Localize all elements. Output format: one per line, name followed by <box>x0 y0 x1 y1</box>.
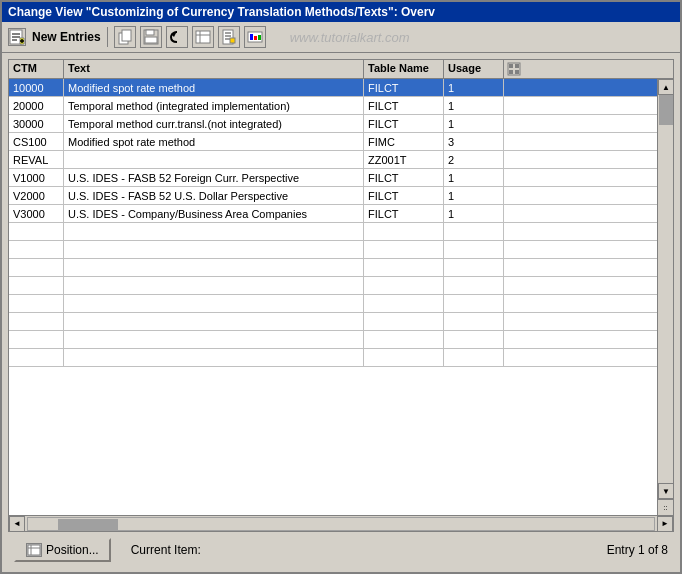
svg-rect-20 <box>230 38 235 43</box>
svg-rect-24 <box>258 35 261 40</box>
col-header-usage: Usage <box>444 60 504 78</box>
hscroll-left-btn[interactable]: ◄ <box>9 516 25 532</box>
cell-usage: 3 <box>444 133 504 150</box>
cell-tablename: FIMC <box>364 133 444 150</box>
other2-icon[interactable] <box>218 26 240 48</box>
other3-icon[interactable] <box>244 26 266 48</box>
table-row[interactable]: CS100Modified spot rate methodFIMC3 <box>9 133 673 151</box>
hscroll-thumb[interactable] <box>58 519 118 531</box>
table-row[interactable]: V2000U.S. IDES - FASB 52 U.S. Dollar Per… <box>9 187 673 205</box>
table-body: 10000Modified spot rate methodFILCT12000… <box>9 79 673 515</box>
cell-ctm: 20000 <box>9 97 64 114</box>
table-row[interactable]: V1000U.S. IDES - FASB 52 Foreign Curr. P… <box>9 169 673 187</box>
table-row[interactable]: 20000Temporal method (integrated impleme… <box>9 97 673 115</box>
col-header-tablename: Table Name <box>364 60 444 78</box>
svg-rect-29 <box>515 70 519 74</box>
cell-ctm: REVAL <box>9 151 64 168</box>
cell-ctm: V3000 <box>9 205 64 222</box>
main-content: CTM Text Table Name Usage <box>2 53 680 572</box>
cell-ctm: V2000 <box>9 187 64 204</box>
copy-icon[interactable] <box>114 26 136 48</box>
cell-ctm: 30000 <box>9 115 64 132</box>
cell-text: U.S. IDES - FASB 52 U.S. Dollar Perspect… <box>64 187 364 204</box>
cell-text: Modified spot rate method <box>64 133 364 150</box>
cell-tablename: FILCT <box>364 169 444 186</box>
svg-rect-23 <box>254 36 257 40</box>
scroll-up-btn[interactable]: ▲ <box>658 79 673 95</box>
svg-rect-28 <box>509 70 513 74</box>
cell-text: U.S. IDES - Company/Business Area Compan… <box>64 205 364 222</box>
other1-icon[interactable] <box>192 26 214 48</box>
main-window: Change View "Customizing of Currency Tra… <box>0 0 682 574</box>
window-title: Change View "Customizing of Currency Tra… <box>8 5 435 19</box>
cell-usage: 1 <box>444 169 504 186</box>
horizontal-scrollbar[interactable]: ◄ ► <box>9 515 673 531</box>
cell-ctm: V1000 <box>9 169 64 186</box>
data-table: CTM Text Table Name Usage <box>8 59 674 532</box>
footer: Position... Current Item: Entry 1 of 8 <box>8 532 674 566</box>
empty-row <box>9 349 673 367</box>
cell-tablename: FILCT <box>364 115 444 132</box>
empty-row <box>9 295 673 313</box>
empty-row <box>9 313 673 331</box>
empty-row <box>9 277 673 295</box>
table-header: CTM Text Table Name Usage <box>9 60 673 79</box>
empty-row <box>9 331 673 349</box>
col-header-ctm: CTM <box>9 60 64 78</box>
table-row[interactable]: REVALZZ001T2 <box>9 151 673 169</box>
table-row[interactable]: 10000Modified spot rate methodFILCT1 <box>9 79 673 97</box>
toolbar-separator-1 <box>107 27 108 47</box>
scroll-down-btn[interactable]: ▼ <box>658 483 673 499</box>
cell-tablename: FILCT <box>364 187 444 204</box>
position-button[interactable]: Position... <box>14 538 111 562</box>
cell-tablename: FILCT <box>364 79 444 96</box>
cell-tablename: FILCT <box>364 205 444 222</box>
svg-rect-13 <box>196 31 210 43</box>
vertical-scrollbar[interactable]: ▲ ▼ :: <box>657 79 673 515</box>
cell-usage: 1 <box>444 205 504 222</box>
col-settings-icon[interactable] <box>504 60 524 78</box>
watermark: www.tutorialkart.com <box>290 30 410 45</box>
scroll-track[interactable] <box>658 95 673 483</box>
hscroll-right-btn[interactable]: ► <box>657 516 673 532</box>
new-entries-icon[interactable] <box>8 28 26 46</box>
table-rows-container: 10000Modified spot rate methodFILCT12000… <box>9 79 673 515</box>
empty-row <box>9 223 673 241</box>
col-header-text: Text <box>64 60 364 78</box>
hscroll-right-btns: ► <box>657 516 673 532</box>
cell-usage: 1 <box>444 97 504 114</box>
table-row[interactable]: 30000Temporal method curr.transl.(not in… <box>9 115 673 133</box>
svg-rect-22 <box>250 34 253 40</box>
svg-rect-27 <box>515 64 519 68</box>
position-btn-label: Position... <box>46 543 99 557</box>
cell-text: Modified spot rate method <box>64 79 364 96</box>
cell-tablename: ZZ001T <box>364 151 444 168</box>
cell-usage: 1 <box>444 79 504 96</box>
scroll-thumb[interactable] <box>659 95 673 125</box>
svg-rect-11 <box>145 37 157 43</box>
save-icon[interactable] <box>140 26 162 48</box>
new-entries-label[interactable]: New Entries <box>32 30 101 44</box>
cell-text: Temporal method (integrated implementati… <box>64 97 364 114</box>
svg-rect-10 <box>146 30 154 35</box>
svg-rect-30 <box>28 545 40 555</box>
empty-rows <box>9 223 673 367</box>
cell-text <box>64 151 364 168</box>
cell-ctm: CS100 <box>9 133 64 150</box>
cell-usage: 1 <box>444 115 504 132</box>
undo-icon[interactable] <box>166 26 188 48</box>
current-item-area: Current Item: <box>131 543 201 557</box>
empty-row <box>9 241 673 259</box>
title-bar: Change View "Customizing of Currency Tra… <box>2 2 680 22</box>
cell-usage: 2 <box>444 151 504 168</box>
cell-usage: 1 <box>444 187 504 204</box>
scroll-extra-btn[interactable]: :: <box>658 499 673 515</box>
current-item-label: Current Item: <box>131 543 201 557</box>
cell-ctm: 10000 <box>9 79 64 96</box>
table-row[interactable]: V3000U.S. IDES - Company/Business Area C… <box>9 205 673 223</box>
empty-row <box>9 259 673 277</box>
cell-text: U.S. IDES - FASB 52 Foreign Curr. Perspe… <box>64 169 364 186</box>
position-btn-icon <box>26 543 42 557</box>
entry-info: Entry 1 of 8 <box>607 543 668 557</box>
hscroll-track[interactable] <box>27 517 655 531</box>
